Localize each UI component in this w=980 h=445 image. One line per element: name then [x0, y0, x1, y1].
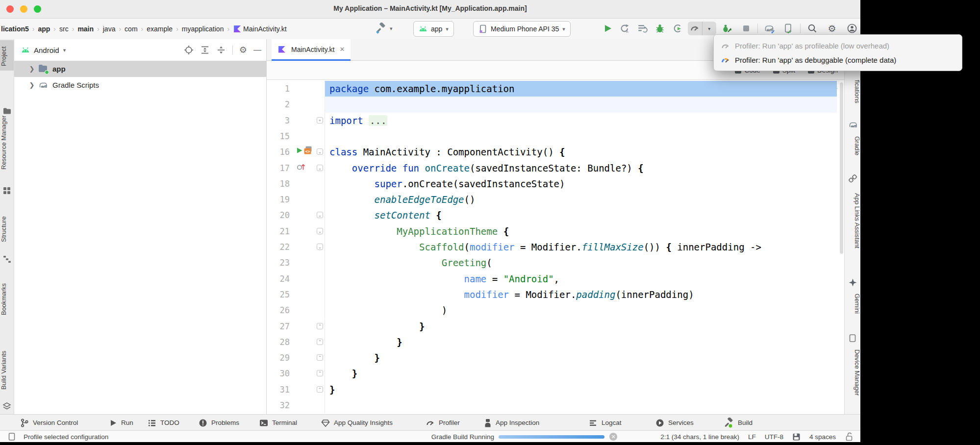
profiler-gauge-icon[interactable]	[688, 22, 702, 35]
gradle-elephant-icon[interactable]	[849, 121, 857, 129]
chevron-down-icon[interactable]: ▾	[63, 47, 66, 53]
code-line-27[interactable]: 27⌃ }	[267, 319, 845, 334]
code-line-3[interactable]: 3+import ...	[267, 113, 845, 128]
code-line-1[interactable]: 1package com.example.myapplication	[267, 81, 845, 97]
code-line-24[interactable]: 24 name = "Android",	[267, 271, 845, 287]
stripe-button-app-links-assistant[interactable]: App Links Assistant	[845, 186, 861, 255]
rerun-button[interactable]: A	[619, 23, 630, 34]
breadcrumb-item-example[interactable]: example	[146, 25, 174, 33]
toolwindow-button-profiler[interactable]: Profiler	[426, 415, 460, 431]
stripe-button-structure[interactable]: Structure	[0, 208, 14, 250]
code-line-23[interactable]: 23 Greeting(	[267, 255, 845, 271]
fold-marker[interactable]: ⌄	[317, 165, 323, 171]
search-icon[interactable]	[806, 23, 818, 34]
project-view-selector[interactable]: Android	[34, 46, 59, 54]
code-line-21[interactable]: 21⌄ MyApplicationTheme {	[267, 223, 845, 239]
cancel-task-icon[interactable]: ✕	[609, 433, 617, 441]
collapse-all-icon[interactable]	[216, 45, 226, 55]
chevron-right-icon[interactable]: ❯	[28, 65, 36, 73]
code-line-30[interactable]: 30⌃ }	[267, 366, 845, 381]
fold-marker[interactable]: ⌃	[317, 354, 323, 361]
fold-marker[interactable]: ⌄	[317, 244, 323, 250]
breadcrumb-item-MainActivity.kt[interactable]: MainActivity.kt	[232, 25, 287, 33]
tree-row-gradle-scripts[interactable]: ❯Gradle Scripts	[14, 77, 266, 93]
indent-widget[interactable]: 4 spaces	[809, 433, 836, 441]
gradle-sync-icon[interactable]: ✓	[764, 23, 776, 34]
fold-marker[interactable]: ⌄	[317, 148, 323, 155]
toolwindow-button-problems[interactable]: Problems	[198, 415, 239, 431]
toolwindow-button-run[interactable]: Run	[109, 415, 133, 431]
profile-avatar-icon[interactable]	[846, 23, 858, 34]
stripe-button-bookmarks[interactable]: Bookmarks	[0, 276, 14, 322]
caret-position-widget[interactable]: 2:1 (34 chars, 1 line break)	[660, 433, 739, 441]
code-line-16[interactable]: 16<>⌄class MainActivity : ComponentActiv…	[267, 144, 845, 160]
profiler-dropdown-arrow-icon[interactable]: ▾	[703, 22, 717, 35]
structure-icon[interactable]	[2, 255, 11, 264]
fold-marker[interactable]: ⌃	[317, 323, 323, 329]
hide-panel-icon[interactable]: —	[253, 46, 261, 54]
menu-item-profiler-debuggable[interactable]: Profiler: Run 'app' as debuggable (compl…	[714, 53, 962, 67]
resource-grid-icon[interactable]	[2, 186, 11, 195]
panel-settings-gear-icon[interactable]: ⚙	[239, 45, 247, 55]
layers-icon[interactable]	[2, 402, 11, 411]
toolwindow-button-services[interactable]: Services	[655, 415, 694, 431]
breadcrumb-item-main[interactable]: main	[76, 25, 95, 33]
breadcrumb-item-lication5[interactable]: lication5	[0, 25, 30, 33]
debug-button[interactable]	[654, 23, 666, 34]
code-line-2[interactable]: 2	[267, 97, 845, 112]
breadcrumb-item-myapplication[interactable]: myapplication	[181, 25, 225, 33]
attach-debugger-button[interactable]	[672, 23, 683, 34]
code-line-19[interactable]: 19 enableEdgeToEdge()	[267, 192, 845, 207]
code-editor[interactable]: ✓ 1package com.example.myapplication23+i…	[267, 80, 845, 414]
toolwindow-button-todo[interactable]: TODO	[147, 415, 179, 431]
fold-marker[interactable]: ⌃	[317, 339, 323, 345]
stripe-button-gemini[interactable]: Gemini	[845, 290, 861, 317]
code-line-18[interactable]: 18 super.onCreate(savedInstanceState)	[267, 176, 845, 192]
stop-button[interactable]	[740, 23, 752, 34]
code-line-25[interactable]: 25 modifier = Modifier.padding(innerPadd…	[267, 287, 845, 302]
breadcrumb-item-src[interactable]: src	[58, 25, 70, 33]
run-configuration-select[interactable]: app ▾	[413, 21, 454, 37]
run-button[interactable]	[602, 23, 614, 34]
device-manager-icon[interactable]: ✓	[782, 23, 794, 34]
code-line-32[interactable]: 32	[267, 397, 845, 413]
menu-item-profiler-profileable[interactable]: Profiler: Run 'app' as profileable (low …	[714, 39, 962, 53]
build-dropdown-arrow-icon[interactable]: ▾	[390, 25, 393, 32]
line-ending-widget[interactable]: LF	[748, 433, 756, 441]
code-line-26[interactable]: 26 )	[267, 302, 845, 318]
toolwindow-button-app-quality-insights[interactable]: App Quality Insights	[321, 415, 393, 431]
star-icon[interactable]	[849, 278, 857, 287]
device-select[interactable]: Medium Phone API 35 ▾	[473, 21, 571, 37]
phone-icon[interactable]	[849, 334, 857, 342]
stripe-button-build-variants[interactable]: Build Variants	[0, 342, 14, 398]
toolwindow-button-logcat[interactable]: Logcat	[588, 415, 622, 431]
code-line-28[interactable]: 28⌃ }	[267, 334, 845, 350]
toolwindow-button-build[interactable]: Build	[724, 415, 753, 431]
toolwindow-button-version-control[interactable]: Version Control	[20, 415, 78, 431]
lock-open-icon[interactable]	[845, 432, 854, 442]
code-line-31[interactable]: 31⌃}	[267, 382, 845, 397]
stripe-button-project[interactable]: Project	[0, 42, 14, 71]
memory-indicator-icon[interactable]	[792, 433, 801, 441]
run-class-gutter-icon[interactable]: <>	[296, 146, 312, 154]
stripe-button-resource-manager[interactable]: Resource Manager	[0, 102, 14, 183]
fold-marker[interactable]: ⌄	[317, 212, 323, 218]
code-line-15[interactable]: 15	[267, 128, 845, 144]
override-gutter-icon[interactable]	[296, 162, 306, 171]
editor-scrollbar[interactable]	[840, 82, 843, 254]
stripe-button-fications[interactable]: fications	[845, 72, 861, 111]
breadcrumb-item-java[interactable]: java	[102, 25, 117, 33]
fold-marker[interactable]: ⌃	[317, 386, 323, 393]
tab-mainactivity[interactable]: MainActivity.kt ✕	[272, 39, 351, 61]
encoding-widget[interactable]: UTF-8	[765, 433, 783, 441]
locate-file-icon[interactable]	[184, 45, 194, 55]
tree-row-app[interactable]: ❯app	[14, 61, 266, 77]
link-icon[interactable]	[849, 174, 857, 183]
apply-changes-button[interactable]	[636, 23, 648, 34]
chevron-right-icon[interactable]: ❯	[28, 81, 36, 89]
code-line-17[interactable]: 17⌄ override fun onCreate(savedInstanceS…	[267, 160, 845, 176]
toolwindow-button-terminal[interactable]: Terminal	[259, 415, 297, 431]
code-line-22[interactable]: 22⌄ Scaffold(modifier = Modifier.fillMax…	[267, 239, 845, 255]
settings-gear-icon[interactable]: ⚙	[826, 23, 838, 34]
profile-low-overhead-button[interactable]	[721, 23, 732, 34]
